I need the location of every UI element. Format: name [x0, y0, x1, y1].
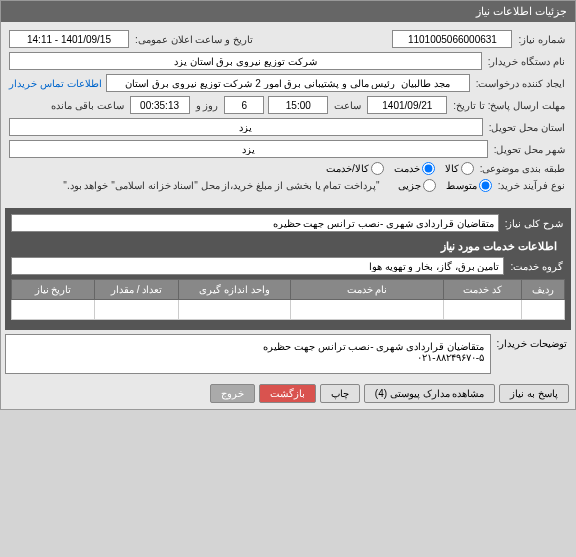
city-input[interactable] — [9, 140, 488, 158]
row-buyer-org: نام دستگاه خریدار: — [9, 52, 567, 70]
main-container: جزئیات اطلاعات نیاز شماره نیاز: تاریخ و … — [0, 0, 576, 410]
row-process-type: نوع فرآیند خرید: متوسط جزیی "پرداخت تمام… — [9, 179, 567, 192]
requester-input[interactable] — [106, 74, 470, 92]
deadline-label: مهلت ارسال پاسخ: تا تاریخ: — [451, 100, 567, 111]
header-title: جزئیات اطلاعات نیاز — [476, 5, 567, 17]
row-province: استان محل تحویل: — [9, 118, 567, 136]
respond-button[interactable]: پاسخ به نیاز — [499, 384, 569, 403]
need-desc-label: شرح کلی نیاز: — [503, 218, 565, 229]
public-date-input[interactable] — [9, 30, 129, 48]
radio-medium-label: متوسط — [446, 180, 477, 191]
need-number-input[interactable] — [392, 30, 512, 48]
th-name: نام خدمت — [291, 280, 444, 300]
th-code: کد خدمت — [444, 280, 521, 300]
row-need-number: شماره نیاز: تاریخ و ساعت اعلان عمومی: — [9, 30, 567, 48]
radio-service[interactable] — [422, 162, 435, 175]
print-button[interactable]: چاپ — [320, 384, 360, 403]
buyer-note-label: توضیحات خریدار: — [491, 334, 571, 374]
city-label: شهر محل تحویل: — [492, 144, 567, 155]
requester-label: ایجاد کننده درخواست: — [474, 78, 567, 89]
radio-small[interactable] — [423, 179, 436, 192]
exit-button[interactable]: خروج — [210, 384, 255, 403]
day-label: روز و — [194, 100, 221, 111]
buyer-org-label: نام دستگاه خریدار: — [486, 56, 567, 67]
buyer-note-section: توضیحات خریدار: متقاضیان قراردادی شهری -… — [5, 334, 571, 374]
deadline-date-input[interactable] — [367, 96, 447, 114]
radio-goods-service[interactable] — [371, 162, 384, 175]
service-group-label: گروه خدمت: — [508, 261, 565, 272]
row-need-desc: شرح کلی نیاز: — [11, 214, 565, 232]
public-date-label: تاریخ و ساعت اعلان عمومی: — [133, 34, 255, 45]
deadline-hour-input[interactable] — [268, 96, 328, 114]
radio-goods[interactable] — [461, 162, 474, 175]
process-note: "پرداخت تمام یا بخشی از مبلغ خرید،از محل… — [61, 180, 381, 191]
radio-small-label: جزیی — [398, 180, 421, 191]
table-row[interactable]: 1 ت -35-351 تولید، انتقال و توزیع برق بر… — [12, 300, 565, 320]
subject-type-label: طبقه بندی موضوعی: — [478, 163, 567, 174]
back-button[interactable]: بازگشت — [259, 384, 316, 403]
services-title: اطلاعات خدمات مورد نیاز — [11, 236, 565, 257]
process-type-label: نوع فرآیند خرید: — [496, 180, 567, 191]
table-header-row: ردیف کد خدمت نام خدمت واحد اندازه گیری ت… — [12, 280, 565, 300]
header-bar: جزئیات اطلاعات نیاز — [1, 1, 575, 22]
contact-link[interactable]: اطلاعات تماس خریدار — [9, 78, 102, 89]
footer-buttons: پاسخ به نیاز مشاهده مدارک پیوستی (4) چاپ… — [1, 378, 575, 409]
need-number-label: شماره نیاز: — [516, 34, 567, 45]
attachments-button[interactable]: مشاهده مدارک پیوستی (4) — [364, 384, 496, 403]
row-deadline: مهلت ارسال پاسخ: تا تاریخ: ساعت روز و سا… — [9, 96, 567, 114]
cell-qty: 1 — [94, 300, 179, 320]
th-row: ردیف — [521, 280, 564, 300]
remaining-time-input[interactable] — [130, 96, 190, 114]
th-unit: واحد اندازه گیری — [179, 280, 291, 300]
cell-unit: برق رسانی — [179, 300, 291, 320]
cell-name: تولید، انتقال و توزیع برق — [291, 300, 444, 320]
form-section: شماره نیاز: تاریخ و ساعت اعلان عمومی: نا… — [1, 22, 575, 204]
cell-code: ت -35-351 — [444, 300, 521, 320]
buyer-note-box: متقاضیان قراردادی شهری -نصب ترانس جهت حظ… — [5, 334, 491, 374]
province-input[interactable] — [9, 118, 483, 136]
services-table: ردیف کد خدمت نام خدمت واحد اندازه گیری ت… — [11, 279, 565, 320]
radio-medium[interactable] — [479, 179, 492, 192]
remaining-label: ساعت باقی مانده — [49, 100, 126, 111]
row-city: شهر محل تحویل: — [9, 140, 567, 158]
service-group-input[interactable] — [11, 257, 504, 275]
row-service-group: گروه خدمت: — [11, 257, 565, 275]
need-desc-input[interactable] — [11, 214, 499, 232]
th-qty: تعداد / مقدار — [94, 280, 179, 300]
radio-goods-service-label: کالا/خدمت — [326, 163, 369, 174]
radio-service-label: خدمت — [394, 163, 420, 174]
dark-section: شرح کلی نیاز: اطلاعات خدمات مورد نیاز گر… — [5, 208, 571, 330]
row-subject-type: طبقه بندی موضوعی: کالا خدمت کالا/خدمت — [9, 162, 567, 175]
subject-type-radios: کالا خدمت کالا/خدمت — [318, 162, 474, 175]
cell-row: 1 — [521, 300, 564, 320]
cell-date: 1401/10/15 — [12, 300, 95, 320]
days-left-input[interactable] — [224, 96, 264, 114]
province-label: استان محل تحویل: — [487, 122, 567, 133]
buyer-org-input[interactable] — [9, 52, 482, 70]
hour-label: ساعت — [332, 100, 363, 111]
process-type-radios: متوسط جزیی — [390, 179, 492, 192]
th-date: تاریخ نیاز — [12, 280, 95, 300]
radio-goods-label: کالا — [445, 163, 459, 174]
row-requester: ایجاد کننده درخواست: اطلاعات تماس خریدار — [9, 74, 567, 92]
